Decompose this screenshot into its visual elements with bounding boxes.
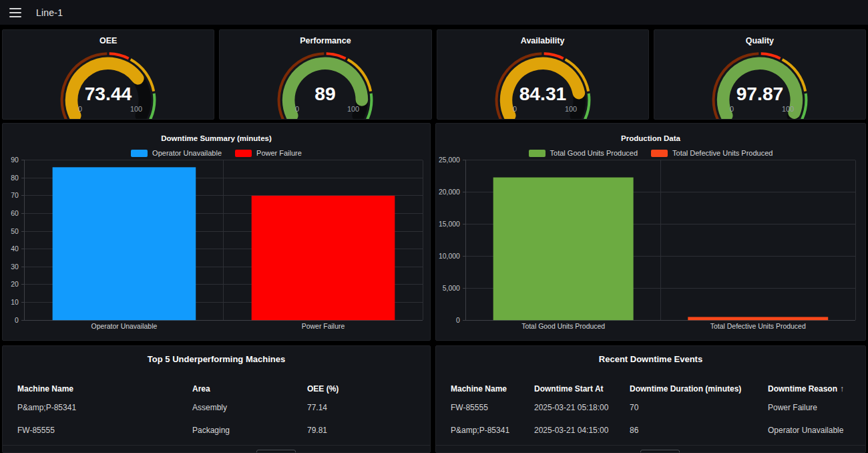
underperforming-machines-panel: Top 5 Underperforming Machines Machine N… [2,345,431,453]
legend-swatch [235,150,252,157]
legend-label: Total Defective Units Produced [672,149,773,157]
column-header[interactable]: Area [192,384,307,394]
sort-ascending-icon: ↑ [840,384,844,394]
chart-title: Production Data [436,134,865,142]
downtime-summary-panel: Downtime Summary (minutes) Operator Unav… [2,123,431,341]
production-data-panel: Production Data Total Good Units Produce… [435,123,866,341]
table-cell: Packaging [192,426,307,435]
x-axis-category-label: Operator Unavailable [91,323,158,330]
bar[interactable] [493,178,634,321]
table-cell: P&amp;P-85341 [451,426,534,435]
table-cell: FW-85555 [451,403,534,412]
legend-label: Total Good Units Produced [550,149,638,157]
chart-legend: Operator UnavailablePower Failure [3,149,430,157]
table-cell: Assembly [192,403,307,412]
gauge-max-label: 100 [565,105,577,113]
table-row-section: Top 5 Underperforming Machines Machine N… [2,345,866,453]
column-header[interactable]: Machine Name [17,384,192,394]
table-cell: Operator Unavailable [768,426,851,435]
y-axis-tick-label: 25,000 [439,156,460,164]
table-row: P&amp;P-85341Assembly77.14 [17,396,415,419]
legend-item[interactable]: Total Defective Units Produced [651,149,773,157]
gauge-title: Quality [746,36,774,45]
bar[interactable] [53,167,196,320]
column-header[interactable]: Downtime Start At [534,384,630,394]
recent-downtime-events-panel: Recent Downtime Events Machine NameDownt… [435,345,866,453]
gauge-min-label: 0 [730,105,734,113]
y-axis-tick-label: 15,000 [439,220,460,228]
y-axis-tick-label: 5,000 [443,285,460,292]
y-axis-tick-label: 60 [11,210,19,217]
legend-item[interactable]: Total Good Units Produced [529,149,638,157]
column-header[interactable]: Downtime Reason↑ [768,384,851,394]
legend-item[interactable]: Operator Unavailable [131,149,222,157]
table-footer-divider [3,445,430,446]
y-axis-tick-label: 20 [11,281,19,288]
x-axis-category-label: Total Good Units Produced [521,323,605,330]
gauge-row: OEE 73.440100 Performance 890100 Availab… [2,29,866,120]
table-cell: P&amp;P-85341 [17,403,192,412]
y-axis-tick-label: 30 [11,263,19,271]
y-axis-tick-label: 20,000 [439,188,460,196]
gauge-panel-availability: Availability 84.310100 [437,29,649,120]
pagination-control[interactable] [256,450,296,453]
gauge-chart: 73.440100 [49,46,168,120]
y-axis-tick-label: 40 [11,245,19,253]
table-row: P&amp;P-853412025-03-21 04:15:0086Operat… [451,419,851,442]
gauge-panel-oee: OEE 73.440100 [2,29,214,120]
table-row: FW-85555Packaging79.81 [17,419,415,442]
gauge-value: 89 [315,83,336,104]
table-cell: 2025-03-21 05:18:00 [534,403,630,412]
y-axis-tick-label: 0 [456,317,460,324]
legend-swatch [131,150,148,157]
pagination-control[interactable] [640,450,680,453]
gauge-title: Performance [300,36,351,45]
y-axis-tick-label: 10,000 [439,253,460,260]
table-row: FW-855552025-03-21 05:18:0070Power Failu… [451,396,851,419]
gauge-max-label: 100 [347,105,359,113]
legend-swatch [651,150,668,157]
x-axis-category-label: Total Defective Units Produced [710,323,806,330]
gauge-value: 84.31 [519,83,566,104]
table-cell: FW-85555 [17,426,192,435]
gauge-value: 73.44 [85,83,132,104]
table-cell: 70 [630,403,768,412]
gauge-value: 97.87 [736,83,784,104]
gauge-panel-performance: Performance 890100 [219,29,431,120]
gauge-chart: 97.870100 [700,46,819,120]
gauge-max-label: 100 [782,105,794,113]
y-axis-tick-label: 50 [11,228,19,235]
table: Machine NameDowntime Start AtDowntime Du… [436,382,865,442]
legend-label: Power Failure [256,149,302,157]
column-header[interactable]: OEE (%) [307,384,415,394]
y-axis-tick-label: 80 [11,174,19,182]
chart-title: Downtime Summary (minutes) [3,134,430,142]
table: Machine NameAreaOEE (%)P&amp;P-85341Asse… [3,382,430,442]
table-cell: 86 [630,426,768,435]
bar[interactable] [688,317,828,320]
gauge-chart: 84.310100 [483,46,602,120]
table-title: Top 5 Underperforming Machines [3,346,430,364]
legend-item[interactable]: Power Failure [235,149,302,157]
gauge-title: OEE [99,36,117,45]
table-header-row: Machine NameAreaOEE (%) [17,382,415,396]
dashboard-title: Line-1 [36,7,63,18]
y-axis-tick-label: 70 [11,192,19,199]
gauge-min-label: 0 [513,105,517,113]
gauge-title: Availability [521,36,565,45]
column-header[interactable]: Machine Name [451,384,534,394]
chart-row: Downtime Summary (minutes) Operator Unav… [2,123,866,341]
table-header-row: Machine NameDowntime Start AtDowntime Du… [451,382,851,396]
y-axis-tick-label: 90 [11,156,19,164]
chart-legend: Total Good Units ProducedTotal Defective… [436,149,865,157]
gauge-max-label: 100 [130,105,142,113]
bar[interactable] [252,196,395,320]
menu-icon[interactable] [9,8,21,17]
column-header[interactable]: Downtime Duration (minutes) [630,384,768,394]
x-axis-category-label: Power Failure [302,323,345,330]
gauge-chart: 890100 [266,46,385,120]
table-cell: 77.14 [307,403,415,412]
gauge-min-label: 0 [78,105,82,113]
y-axis-tick-label: 10 [11,299,19,306]
table-title: Recent Downtime Events [436,346,865,364]
